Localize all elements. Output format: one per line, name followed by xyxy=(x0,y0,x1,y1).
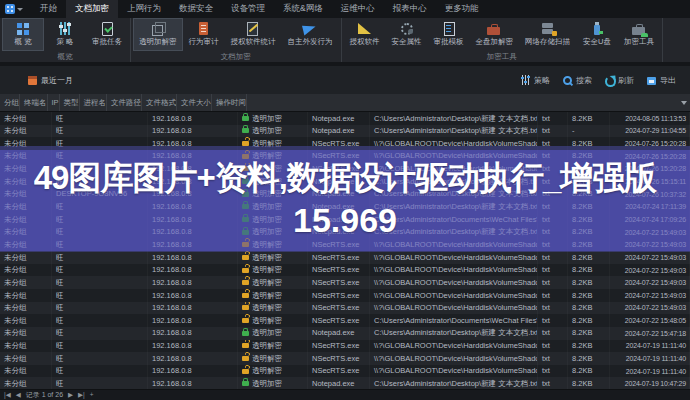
cell-format: txt xyxy=(538,365,568,378)
table-row[interactable]: 未分组 旺 192.168.0.8 透明解密 NSecRTS.exe \\?\G… xyxy=(0,251,690,264)
menu-tab[interactable]: 系统&网络 xyxy=(274,0,332,18)
table-row[interactable]: 未分组 旺 192.168.0.8 透明解密 NSecRTS.exe \\?\G… xyxy=(0,163,690,176)
chevron-down-icon xyxy=(17,8,23,11)
menu-tab[interactable]: 报表中心 xyxy=(384,0,436,18)
column-header[interactable]: 操作时间 xyxy=(212,94,247,111)
table-row[interactable]: 未分组 旺 192.168.0.8 透明解密 NSecRTS.exe \\?\G… xyxy=(0,238,690,251)
cell-size: 8.2KB xyxy=(568,175,610,188)
app-menu-button[interactable] xyxy=(5,3,23,16)
table-row[interactable]: 未分组 旺 192.168.0.8 透明解密 NSecRTS.exe \\?\G… xyxy=(0,340,690,353)
column-header[interactable]: IP xyxy=(48,94,60,111)
cell-type-label: 透明加密 xyxy=(252,190,282,198)
column-header[interactable]: 文件大小 xyxy=(177,94,212,111)
menu-tab[interactable]: 上网行为 xyxy=(118,0,170,18)
nav-next-button[interactable]: ▶ xyxy=(68,390,73,400)
cell-process: NSecRTS.exe xyxy=(308,314,370,327)
table-row[interactable]: 未分组 旺 192.168.0.8 透明加密 Notepad.exe C:\Us… xyxy=(0,213,690,226)
ribbon-button-label: 透明加解密 xyxy=(139,37,177,47)
cell-type: 透明加密 xyxy=(238,188,308,201)
table-row[interactable]: 未分组 旺 192.168.0.8 透明解密 NSecRTS.exe \\?\G… xyxy=(0,289,690,302)
menu-tab[interactable]: 数据安全 xyxy=(170,0,222,18)
cell-ip: 192.168.0.8 xyxy=(148,200,238,213)
menu-tab[interactable]: 设备管理 xyxy=(222,0,274,18)
cell-group: 未分组 xyxy=(0,175,52,188)
nav-first-button[interactable]: |◀ xyxy=(4,390,11,400)
cell-time: 2024-08-05 11:13:53 xyxy=(610,112,690,125)
nav-prev-button[interactable]: ◀ xyxy=(16,390,21,400)
cell-type-label: 透明加密 xyxy=(252,329,282,337)
cell-ip: 192.168.0.8 xyxy=(148,188,238,201)
table-row[interactable]: 未分组 旺 192.168.0.8 透明解密 NSecRTS.exe \\?\G… xyxy=(0,365,690,378)
ribbon-button[interactable]: 策 略 xyxy=(44,18,86,51)
table-row[interactable]: 未分组 旺 192.168.0.8 透明解密 NSecRTS.exe C:\Us… xyxy=(0,314,690,327)
cell-time: 2024-07-22 15:49:03 xyxy=(610,289,690,302)
cell-type: 透明加密 xyxy=(238,200,308,213)
cell-type-label: 透明解密 xyxy=(252,355,282,363)
menu-tab[interactable]: 文档加密 xyxy=(66,0,118,18)
ribbon-button[interactable]: 全盘加解密 xyxy=(470,18,520,51)
table-row[interactable]: 未分组 旺 192.168.0.8 透明加密 Notepad.exe C:\Us… xyxy=(0,327,690,340)
cell-terminal: 旺 xyxy=(52,276,148,289)
cell-format: txt xyxy=(538,137,568,150)
column-header[interactable]: 文件格式 xyxy=(142,94,177,111)
cell-size: 8.2KB xyxy=(568,314,610,327)
ribbon-button-icon xyxy=(301,21,319,36)
cell-format: txt xyxy=(538,327,568,340)
menu-tab[interactable]: 更多功能 xyxy=(436,0,488,18)
ribbon-button[interactable]: 安全U盘 xyxy=(576,18,618,51)
table-row[interactable]: 未分组 旺 192.168.0.8 透明加密 Notepad.exe C:\Us… xyxy=(0,112,690,125)
ribbon-button[interactable]: 网络存储扫描 xyxy=(519,18,576,51)
table-row[interactable]: 未分组 旺 192.168.0.8 透明加密 Notepad.exe C:\Us… xyxy=(0,200,690,213)
filter-action-button[interactable]: 刷新 xyxy=(604,75,634,86)
filter-action-button[interactable]: 导出 xyxy=(646,75,676,86)
ribbon-button[interactable]: 授权软件 xyxy=(344,18,386,51)
table-row[interactable]: 未分组 旺 192.168.0.8 透明解密 NSecRTS.exe \\?\G… xyxy=(0,352,690,365)
ribbon-button[interactable]: 自主外发行为 xyxy=(282,18,339,51)
filter-action-button[interactable]: 策略 xyxy=(520,75,550,86)
cell-group: 未分组 xyxy=(0,365,52,378)
cell-format: txt xyxy=(538,276,568,289)
table-row[interactable]: 未分组 旺 192.168.0.8 透明解密 NSecRTS.exe \\?\G… xyxy=(0,302,690,315)
cell-filepath: \\?\GLOBALROOT\Device\HarddiskVolumeShad… xyxy=(370,264,538,277)
cell-size: 8.2KB xyxy=(568,238,610,251)
column-header[interactable]: 类型 xyxy=(60,94,80,111)
menu-tab[interactable]: 开始 xyxy=(31,0,66,18)
ribbon-button[interactable]: 授权软件统计 xyxy=(225,18,282,51)
cell-filepath: C:\Users\Administrator\Documents\WeChat … xyxy=(370,213,538,226)
cell-format: txt xyxy=(538,125,568,138)
ribbon-button[interactable]: 审批任务 xyxy=(86,18,128,51)
table-row[interactable]: 未分组 DESKTOP-9G8NV56 192.168.0.8 透明加密 Not… xyxy=(0,188,690,201)
ribbon-button-label: 策 略 xyxy=(56,37,73,47)
column-header[interactable]: 进程名 xyxy=(80,94,108,111)
filter-action-button[interactable]: 搜索 xyxy=(562,75,592,86)
cell-process: NSecRTS.exe xyxy=(308,340,370,353)
cell-group: 未分组 xyxy=(0,327,52,340)
column-header[interactable]: 文件路径 xyxy=(107,94,142,111)
cell-type-label: 透明解密 xyxy=(252,254,282,262)
cell-format: txt xyxy=(538,112,568,125)
ribbon-button[interactable]: 审批模板 xyxy=(428,18,470,51)
table-row[interactable]: 未分组 旺 192.168.0.8 透明加密 Notepad.exe C:\Us… xyxy=(0,226,690,239)
ribbon-button[interactable]: 安全属性 xyxy=(386,18,428,51)
column-header[interactable]: 分组 xyxy=(0,94,20,111)
ribbon-button[interactable]: 概 览 xyxy=(2,18,44,51)
column-header[interactable]: 终端名 xyxy=(20,94,48,111)
ribbon-button[interactable]: 加密工具 xyxy=(618,18,660,51)
nav-add-button[interactable]: + xyxy=(90,390,94,400)
table-row[interactable]: 未分组 旺 192.168.0.8 透明解密 NSecRTS.exe \\?\G… xyxy=(0,264,690,277)
table-row[interactable]: 未分组 旺 192.168.0.8 透明加密 Notepad.exe C:\Us… xyxy=(0,175,690,188)
table-row[interactable]: 未分组 旺 192.168.0.8 透明解密 NSecRTS.exe \\?\G… xyxy=(0,276,690,289)
cell-ip: 192.168.0.8 xyxy=(148,175,238,188)
table-row[interactable]: 未分组 旺 192.168.0.8 透明解密 NSecRTS.exe \\?\G… xyxy=(0,137,690,150)
table-row[interactable]: 未分组 旺 192.168.0.8 透明解密 NSecRTS.exe \\?\G… xyxy=(0,150,690,163)
lock-icon xyxy=(242,230,249,235)
ribbon-button[interactable]: 行为审计 xyxy=(183,18,225,51)
sort-desc-icon[interactable] xyxy=(681,101,687,105)
filter-bar: 最近一月 策略 搜索 刷新 导出 xyxy=(0,66,690,95)
ribbon-group: 透明加解密 行为审计 授权软件统计 自主外发行为 xyxy=(131,18,342,62)
table-row[interactable]: 未分组 旺 192.168.0.8 透明加密 Notepad.exe C:\Us… xyxy=(0,125,690,138)
ribbon-button[interactable]: 透明加解密 xyxy=(133,18,183,51)
menu-tab[interactable]: 运维中心 xyxy=(332,0,384,18)
date-range-filter[interactable]: 最近一月 xyxy=(28,75,73,86)
nav-last-button[interactable]: ▶| xyxy=(78,390,85,400)
